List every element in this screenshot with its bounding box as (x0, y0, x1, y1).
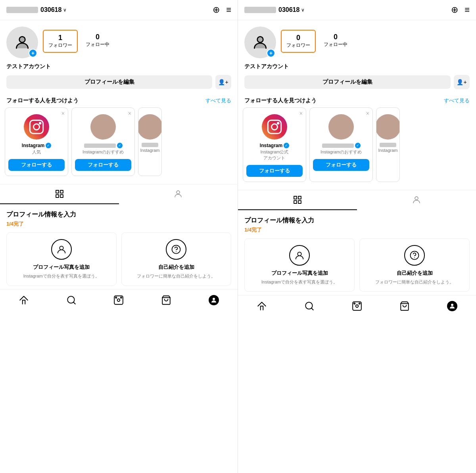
suggestion-card: ×✓Instagramのおすすめフォローする (71, 107, 135, 176)
info-card-desc: フォロワーに簡単な自己紹介をしよう。 (375, 279, 454, 285)
following-count: 0 (334, 33, 338, 41)
svg-point-18 (115, 297, 117, 298)
add-post-button[interactable]: ⊕ (451, 5, 458, 15)
add-person-button[interactable]: 👤+ (454, 75, 470, 89)
nav-search[interactable] (48, 293, 95, 308)
verified-icon: ✓ (284, 143, 289, 148)
info-cards: プロフィール写真を追加Instagramで自分を表す写真を選ぼう。自己紹介を追加… (244, 238, 470, 292)
svg-point-43 (451, 304, 453, 306)
svg-rect-6 (56, 190, 59, 193)
suggestion-name-row (380, 143, 396, 147)
edit-profile-button[interactable]: プロフィールを編集 (6, 75, 212, 89)
followers-stat[interactable]: 1フォロワー (43, 30, 78, 53)
profile-info-progress: 1/4完了 (244, 226, 470, 234)
following-stat[interactable]: 0フォロー中 (319, 30, 352, 53)
tab-grid[interactable] (0, 184, 119, 204)
info-card[interactable]: 自己紹介を追加フォロワーに簡単な自己紹介をしよう。 (121, 232, 232, 286)
nav-reels[interactable] (95, 293, 143, 308)
close-suggestion-button[interactable]: × (366, 110, 369, 117)
bottom-nav (238, 295, 476, 317)
suggestion-card: ×✓Instagramのおすすめフォローする (309, 107, 373, 182)
suggestion-avatar (376, 114, 400, 140)
svg-rect-8 (56, 195, 59, 197)
panel-left: 030618 ∨⊕≡+1フォロワー0フォロー中テストアカウントプロフィールを編集… (0, 0, 238, 473)
info-card[interactable]: プロフィール写真を追加Instagramで自分を表す写真を選ぼう。 (244, 238, 355, 292)
svg-line-15 (73, 302, 75, 304)
following-stat[interactable]: 0フォロー中 (81, 30, 114, 53)
suggestion-name: Instagram (22, 143, 44, 148)
stats: 1フォロワー0フォロー中 (43, 27, 231, 53)
profile-username: テストアカウント (238, 61, 476, 75)
follow-button[interactable]: フォローする (246, 165, 303, 177)
svg-rect-28 (294, 196, 297, 199)
suggestion-name-blur (84, 144, 116, 148)
svg-rect-31 (298, 201, 301, 203)
svg-point-0 (19, 36, 25, 42)
suggestion-name-blur (380, 143, 396, 147)
followers-stat[interactable]: 0フォロワー (281, 30, 316, 53)
nav-shop[interactable] (381, 299, 428, 314)
followers-count: 1 (58, 34, 62, 42)
svg-rect-1 (30, 120, 43, 133)
nav-reels[interactable] (333, 299, 381, 314)
menu-button[interactable]: ≡ (226, 5, 231, 15)
suggestion-desc: Instagramのおすすめ (83, 149, 124, 155)
see-all-link[interactable]: すべて見る (444, 97, 470, 104)
follow-button[interactable]: フォローする (75, 159, 131, 171)
info-card[interactable]: プロフィール写真を追加Instagramで自分を表す写真を選ぼう。 (6, 232, 117, 286)
svg-rect-29 (298, 196, 301, 199)
tab-person[interactable] (119, 184, 238, 204)
nav-profile[interactable] (428, 299, 476, 314)
svg-rect-7 (60, 190, 63, 193)
add-post-button[interactable]: ⊕ (213, 5, 220, 15)
suggestion-name-row (142, 143, 158, 147)
profile-section: +1フォロワー0フォロー中 (0, 20, 238, 61)
follow-button[interactable]: フォローする (313, 159, 369, 171)
close-suggestion-button[interactable]: × (61, 110, 65, 117)
profile-info-progress: 1/4完了 (6, 220, 231, 228)
nav-shop[interactable] (142, 293, 190, 308)
info-card-desc: Instagramで自分を表す写真を選ぼう。 (261, 279, 338, 285)
svg-point-21 (213, 298, 215, 300)
header-right: ⊕≡ (213, 5, 231, 15)
suggestion-name-blur (142, 143, 158, 147)
nav-home[interactable] (238, 299, 286, 314)
action-buttons: プロフィールを編集👤+ (238, 75, 476, 94)
chevron-down-icon[interactable]: ∨ (301, 7, 305, 13)
info-card[interactable]: 自己紹介を追加フォロワーに簡単な自己紹介をしよう。 (359, 238, 470, 292)
stats: 0フォロワー0フォロー中 (281, 27, 470, 53)
close-suggestion-button[interactable]: × (128, 110, 131, 117)
chevron-down-icon[interactable]: ∨ (63, 7, 67, 13)
suggestion-name-row: Instagram✓ (260, 143, 289, 148)
tab-grid[interactable] (238, 190, 357, 210)
action-buttons: プロフィールを編集👤+ (0, 75, 238, 94)
close-suggestion-button[interactable]: × (299, 110, 303, 117)
see-all-link[interactable]: すべて見る (205, 97, 231, 104)
svg-point-17 (117, 299, 120, 302)
tab-person[interactable] (357, 190, 476, 210)
svg-point-40 (354, 303, 355, 304)
nav-home[interactable] (0, 293, 48, 308)
svg-point-12 (172, 245, 180, 254)
nav-profile[interactable] (190, 293, 238, 308)
nav-search[interactable] (286, 299, 333, 314)
svg-rect-23 (268, 120, 281, 133)
person-icon (289, 245, 310, 266)
suggestions-header: フォローする人を見つけようすべて見る (0, 94, 238, 107)
info-card-desc: フォロワーに簡単な自己紹介をしよう。 (137, 273, 215, 279)
bottom-nav (0, 289, 238, 311)
follow-button[interactable]: フォローする (8, 159, 65, 171)
info-card-title: 自己紹介を追加 (397, 270, 433, 277)
menu-button[interactable]: ≡ (464, 5, 470, 15)
svg-point-10 (177, 191, 180, 194)
add-photo-button[interactable]: + (267, 49, 275, 57)
following-count: 0 (96, 33, 100, 41)
add-photo-button[interactable]: + (29, 49, 37, 57)
person-icon (51, 239, 72, 260)
suggestion-desc: Instagram公式 アカウント (261, 149, 289, 161)
username: 030618 (40, 6, 61, 13)
edit-profile-button[interactable]: プロフィールを編集 (244, 75, 451, 89)
profile-username: テストアカウント (0, 61, 238, 75)
add-person-button[interactable]: 👤+ (215, 75, 231, 89)
suggestion-name-blur (322, 144, 354, 148)
